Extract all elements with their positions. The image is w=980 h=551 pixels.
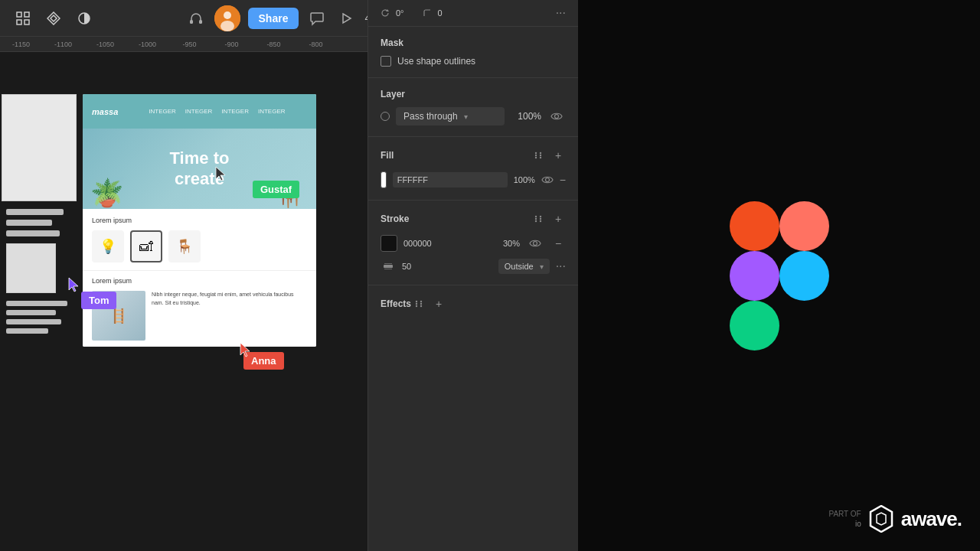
stroke-visibility-toggle[interactable] — [526, 234, 544, 253]
layer-section: Layer Pass through ▾ 100% — [368, 78, 578, 137]
svg-rect-28 — [384, 263, 392, 264]
layer-visibility-toggle[interactable] — [547, 107, 566, 126]
stroke-title: Stroke — [381, 214, 531, 224]
use-shape-outlines-row: Use shape outlines — [381, 56, 566, 67]
corner-radius-icon — [423, 8, 432, 18]
svg-point-20 — [535, 216, 537, 217]
svg-point-24 — [535, 220, 537, 222]
stroke-size-icon — [381, 259, 396, 274]
section1-label: Lorem ipsum — [92, 217, 307, 224]
wireframe-text-lines — [6, 301, 67, 334]
svg-point-14 — [540, 152, 541, 154]
nav-item: INTEGER — [221, 108, 249, 115]
ruler-mark: -950 — [168, 41, 211, 48]
svg-point-19 — [545, 178, 549, 182]
svg-point-8 — [224, 11, 231, 19]
stroke-position-dropdown[interactable]: Outside ▾ — [498, 259, 550, 274]
headphones-icon[interactable] — [185, 8, 207, 29]
svg-rect-6 — [199, 20, 202, 24]
svg-rect-1 — [24, 12, 29, 17]
svg-point-21 — [540, 216, 541, 217]
overflow-menu-button[interactable]: ··· — [556, 6, 566, 20]
mask-section: Mask Use shape outlines — [368, 27, 578, 78]
frame-logo-text: massa — [92, 107, 118, 116]
svg-point-18 — [540, 157, 541, 158]
stroke-overflow-menu[interactable]: ··· — [556, 259, 566, 273]
cursor-arrow-tom — [67, 276, 81, 293]
section2-label: Lorem ipsum — [92, 277, 307, 285]
fill-color-swatch[interactable] — [381, 171, 387, 188]
transform-tool-icon[interactable] — [12, 8, 34, 29]
user-avatar[interactable] — [214, 5, 240, 31]
stroke-opacity-value: 30% — [493, 239, 520, 248]
svg-point-22 — [535, 218, 537, 220]
stroke-hex-value: 000000 — [403, 239, 487, 248]
content-row: 🪜 Nibh integer neque, feugiat mi enim, a… — [92, 291, 307, 341]
svg-point-17 — [535, 157, 537, 158]
component-tool-icon[interactable] — [43, 8, 64, 29]
ruler-mark: -900 — [211, 41, 253, 48]
svg-rect-38 — [730, 251, 779, 301]
fill-section: Fill + 100% — [368, 137, 578, 201]
comment-icon[interactable] — [306, 8, 328, 29]
fill-opacity-value: 100% — [514, 175, 535, 184]
svg-rect-3 — [24, 20, 29, 24]
contrast-tool-icon[interactable] — [74, 8, 95, 29]
prop-top-row: 0° 0 ··· — [368, 0, 578, 27]
ruler-mark: -1150 — [0, 41, 42, 48]
stroke-remove-button[interactable]: − — [550, 236, 566, 251]
lamp-illustration: 🪴 — [90, 178, 124, 209]
svg-point-23 — [540, 218, 541, 220]
svg-rect-29 — [384, 269, 392, 269]
use-shape-outlines-label: Use shape outlines — [397, 56, 475, 67]
fill-remove-button[interactable]: − — [560, 172, 566, 187]
use-shape-outlines-checkbox[interactable] — [381, 56, 391, 67]
svg-point-15 — [535, 155, 537, 156]
properties-panel: 0° 0 ··· Mask Use shape outlines Layer P… — [368, 0, 578, 551]
cursor-arrow-hero — [214, 165, 228, 182]
fill-hex-input[interactable] — [393, 172, 508, 187]
rotation-value: 0° — [396, 8, 404, 18]
nav-item: INTEGER — [258, 108, 286, 115]
wireframe-rect — [2, 94, 77, 201]
svg-rect-27 — [384, 265, 393, 268]
stroke-color-swatch[interactable] — [381, 235, 397, 252]
stroke-color-row: 000000 30% − — [381, 234, 566, 253]
svg-point-9 — [220, 21, 234, 31]
right-panel — [578, 0, 980, 551]
nav-item: INTEGER — [185, 108, 213, 115]
svg-rect-5 — [190, 20, 193, 24]
user-label-gustaf: Gustaf — [253, 181, 299, 198]
frame-section-2: Lorem ipsum 🪜 Nibh integer neque, feugia… — [83, 270, 316, 347]
mask-title: Mask — [381, 37, 566, 48]
svg-rect-40 — [730, 301, 779, 350]
layer-opacity-value: 100% — [511, 111, 541, 122]
cursor-arrow-anna — [239, 341, 253, 358]
svg-point-35 — [420, 305, 422, 307]
stroke-add-button[interactable]: + — [550, 211, 566, 227]
fill-drag-handle[interactable] — [531, 148, 546, 163]
ruler-mark: -850 — [253, 41, 295, 48]
svg-point-32 — [416, 303, 417, 305]
stroke-drag-handle[interactable] — [531, 211, 546, 227]
svg-point-33 — [420, 303, 422, 305]
stroke-position-caret-icon: ▾ — [540, 262, 544, 271]
play-icon[interactable] — [335, 8, 357, 29]
awave-hex-icon — [869, 505, 893, 533]
fill-add-button[interactable]: + — [550, 148, 566, 163]
svg-point-26 — [534, 242, 537, 246]
toolbar-center: Share 49% ▾ — [185, 5, 394, 31]
share-button[interactable]: Share — [248, 8, 299, 29]
layer-mode-dropdown[interactable]: Pass through ▾ — [396, 107, 505, 126]
effects-section: Effects + — [368, 285, 578, 330]
stroke-section: Stroke + 000000 30% — [368, 201, 578, 285]
effects-drag-handle[interactable] — [411, 296, 426, 311]
fill-row: 100% − — [381, 171, 566, 189]
effects-title: Effects — [381, 298, 411, 309]
stroke-header-row: Stroke + — [381, 211, 566, 227]
fill-header-row: Fill + — [381, 148, 566, 163]
effects-add-button[interactable]: + — [431, 296, 446, 311]
fill-visibility-toggle[interactable] — [541, 171, 554, 189]
svg-point-12 — [555, 115, 559, 119]
svg-point-16 — [540, 155, 541, 156]
